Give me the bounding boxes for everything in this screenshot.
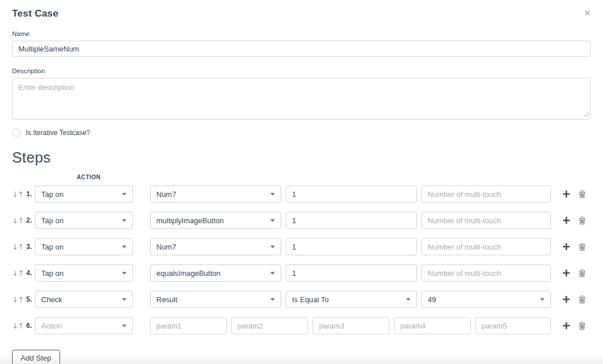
chevron-down-icon	[270, 193, 275, 196]
value-input[interactable]	[286, 264, 417, 282]
trash-icon	[578, 189, 586, 199]
step-number: 6.	[26, 322, 32, 330]
drag-handle-icon[interactable]: ↓↑	[12, 216, 23, 225]
test-case-dialog: Test Case ✕ Name Description Is Iterativ…	[0, 0, 603, 364]
target-select[interactable]: Num7	[150, 238, 281, 255]
expected-value-select[interactable]: 49	[421, 291, 551, 308]
name-label: Name	[12, 30, 591, 37]
add-row-button[interactable]	[562, 269, 570, 277]
dialog-header: Test Case ✕	[12, 8, 591, 19]
chevron-down-icon	[122, 272, 127, 275]
add-step-button[interactable]: Add Step	[12, 350, 60, 364]
target-select[interactable]: equalsImageButton	[150, 264, 281, 282]
drag-handle-icon[interactable]: ↓↑	[12, 243, 23, 251]
chevron-down-icon	[270, 246, 275, 248]
plus-icon	[562, 322, 570, 330]
chevron-down-icon	[270, 298, 275, 301]
delete-row-button[interactable]	[578, 268, 586, 278]
chevron-down-icon	[122, 193, 127, 196]
page-title: Test Case	[12, 8, 58, 19]
drag-handle-icon[interactable]: ↓↑	[12, 190, 23, 199]
plus-icon	[562, 190, 570, 198]
chevron-down-icon	[540, 298, 545, 301]
target-select[interactable]: Num7	[150, 185, 281, 203]
operator-select[interactable]: Is Equal To	[286, 291, 417, 308]
chevron-down-icon	[270, 219, 275, 222]
param-input[interactable]	[313, 317, 389, 334]
trash-icon	[578, 216, 586, 225]
add-row-button[interactable]	[562, 295, 570, 303]
param-input[interactable]	[231, 317, 308, 334]
multitouch-input[interactable]	[421, 264, 551, 282]
step-row: ↓↑ 2. Tap on multiplyImageButton	[12, 212, 591, 229]
description-label: Description	[12, 68, 591, 74]
value-input[interactable]	[286, 185, 417, 203]
drag-handle-icon[interactable]: ↓↑	[12, 322, 23, 330]
delete-row-button[interactable]	[578, 321, 586, 330]
step-number: 5.	[26, 295, 32, 303]
close-icon[interactable]: ✕	[581, 8, 593, 19]
value-input[interactable]	[286, 212, 417, 229]
drag-handle-icon[interactable]: ↓↑	[12, 269, 23, 278]
trash-icon	[578, 268, 586, 278]
multitouch-input[interactable]	[421, 238, 551, 255]
trash-icon	[578, 242, 586, 251]
delete-row-button[interactable]	[578, 216, 586, 225]
action-select[interactable]: Tap on	[35, 238, 133, 255]
action-select[interactable]: Tap on	[35, 264, 133, 282]
action-select[interactable]: Tap on	[35, 212, 133, 229]
action-select[interactable]: Action	[35, 317, 133, 334]
action-select[interactable]: Check	[35, 291, 133, 308]
target-select[interactable]: multiplyImageButton	[150, 212, 281, 229]
add-row-button[interactable]	[562, 243, 570, 251]
iterative-radio[interactable]	[12, 128, 21, 137]
delete-row-button[interactable]	[578, 242, 586, 251]
chevron-down-icon	[406, 298, 411, 301]
step-row: ↓↑ 5. Check Result Is Equal To 49	[12, 291, 591, 308]
step-row: ↓↑ 4. Tap on equalsImageButton	[12, 264, 591, 282]
chevron-down-icon	[122, 298, 127, 301]
chevron-down-icon	[122, 219, 127, 222]
plus-icon	[562, 243, 570, 251]
step-number: 4.	[26, 269, 32, 277]
step-number: 1.	[26, 190, 32, 198]
trash-icon	[578, 295, 586, 304]
step-number: 3.	[26, 243, 32, 251]
chevron-down-icon	[122, 246, 127, 248]
target-select[interactable]: Result	[150, 291, 281, 308]
value-input[interactable]	[286, 238, 417, 255]
delete-row-button[interactable]	[578, 189, 586, 199]
add-row-button[interactable]	[562, 216, 570, 224]
param-input[interactable]	[394, 317, 471, 334]
action-select[interactable]: Tap on	[35, 185, 133, 203]
delete-row-button[interactable]	[578, 295, 586, 304]
action-column-header: ACTION	[77, 174, 105, 180]
chevron-down-icon	[122, 325, 127, 327]
step-row: ↓↑ 1. Tap on Num7	[12, 185, 591, 203]
description-input[interactable]	[12, 78, 591, 120]
step-row: ↓↑ 6. Action	[12, 317, 591, 334]
param-input[interactable]	[475, 317, 551, 334]
steps-heading: Steps	[12, 149, 591, 167]
chevron-down-icon	[270, 272, 275, 275]
add-row-button[interactable]	[562, 190, 570, 198]
multitouch-input[interactable]	[421, 212, 551, 229]
param-input[interactable]	[150, 317, 227, 334]
plus-icon	[562, 269, 570, 277]
step-number: 2.	[26, 216, 32, 224]
drag-handle-icon[interactable]: ↓↑	[12, 295, 23, 304]
iterative-radio-label: Is Iterative Testcase?	[26, 129, 90, 137]
trash-icon	[578, 321, 586, 330]
plus-icon	[562, 216, 570, 224]
multitouch-input[interactable]	[421, 185, 551, 203]
plus-icon	[562, 295, 570, 303]
step-row: ↓↑ 3. Tap on Num7	[12, 238, 591, 255]
add-row-button[interactable]	[562, 322, 570, 330]
name-input[interactable]	[12, 41, 591, 57]
